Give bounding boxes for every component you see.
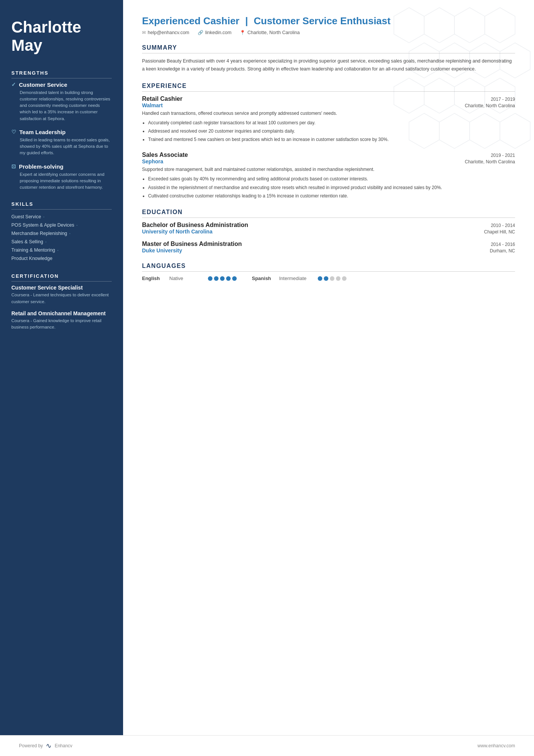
dot-filled xyxy=(318,276,322,281)
company-name: Sephora xyxy=(142,158,163,164)
edu-dates: 2010 - 2014 xyxy=(491,223,515,228)
education-entry: Master of Business Administration 2014 -… xyxy=(142,241,515,254)
certifications-list: Customer Service Specialist Coursera - L… xyxy=(11,285,112,330)
first-name: Charlotte xyxy=(11,18,81,36)
svg-marker-13 xyxy=(439,113,470,149)
skill-item: Training & Mentoring · xyxy=(11,246,112,254)
cert-desc: Coursera - Learned techniques to deliver… xyxy=(11,292,112,305)
skill-item: POS System & Apple Devices · xyxy=(11,221,112,229)
sidebar: Charlotte May STRENGTHS ✓ Customer Servi… xyxy=(0,0,123,735)
language-item-spanish: Spanish Intermediate xyxy=(252,275,347,281)
svg-marker-15 xyxy=(500,113,530,149)
dot-filled xyxy=(232,276,237,281)
skill-item: Product Knowledge xyxy=(11,254,112,263)
skill-item: Merchandise Replenishing · xyxy=(11,229,112,238)
linkedin-icon: 🔗 xyxy=(198,30,203,35)
degree-title: Master of Business Administration xyxy=(142,241,242,247)
skills-list: Guest Service · POS System & Apple Devic… xyxy=(11,213,112,263)
job-title: Sales Associate xyxy=(142,152,188,158)
skill-item: Guest Service · xyxy=(11,213,112,221)
footer-brand: Powered by ∿ Enhancv xyxy=(19,742,72,750)
svg-marker-12 xyxy=(409,113,439,149)
strength-desc: Expert at identifying customer concerns … xyxy=(11,171,112,191)
strengths-list: ✓ Customer Service Demonstrated talent i… xyxy=(11,81,112,191)
location-text: Charlotte, North Carolina xyxy=(247,30,300,35)
bullet-item: Exceeded sales goals by 40% by recommend… xyxy=(148,175,515,183)
contact-linkedin: 🔗 linkedin.com xyxy=(198,30,231,35)
strength-desc: Skilled in leading teams to exceed sales… xyxy=(11,137,112,157)
job-bullets: Exceeded sales goals by 40% by recommend… xyxy=(142,175,515,200)
education-section-title: EDUCATION xyxy=(142,209,515,218)
dot-filled xyxy=(208,276,212,281)
degree-title: Bachelor of Business Administration xyxy=(142,222,248,229)
school-name: Duke University xyxy=(142,247,182,254)
main-header: Experienced Cashier | Customer Service E… xyxy=(142,15,515,35)
school-name: University of North Carolina xyxy=(142,229,212,235)
education-entry: Bachelor of Business Administration 2010… xyxy=(142,222,515,235)
languages-section-title: LANGUAGES xyxy=(142,263,515,272)
dot-filled xyxy=(324,276,328,281)
contact-location: 📍 Charlotte, North Carolina xyxy=(240,30,300,35)
dot-empty xyxy=(330,276,334,281)
svg-marker-14 xyxy=(470,113,500,149)
email-text: help@enhancv.com xyxy=(148,30,189,35)
contact-email: ✉ help@enhancv.com xyxy=(142,30,189,35)
email-icon: ✉ xyxy=(142,30,146,35)
dot-filled xyxy=(226,276,231,281)
svg-marker-9 xyxy=(424,78,454,113)
footer-website: www.enhancv.com xyxy=(478,743,515,748)
skill-item: Sales & Selling · xyxy=(11,238,112,246)
strength-title: Team Leadership xyxy=(19,129,66,135)
languages-row: English Native Spanish Intermediate xyxy=(142,275,515,281)
strength-title: Problem-solving xyxy=(19,163,64,170)
footer: Powered by ∿ Enhancv www.enhancv.com xyxy=(0,735,534,756)
main-title: Experienced Cashier | Customer Service E… xyxy=(142,15,515,27)
svg-marker-7 xyxy=(500,43,530,78)
cert-title: Retail and Omnichannel Management xyxy=(11,310,112,316)
strength-item: ✓ Customer Service Demonstrated talent i… xyxy=(11,81,112,122)
brand-logo-icon: ∿ xyxy=(46,742,52,750)
edu-location: Chapel Hill, NC xyxy=(484,229,515,235)
candidate-name: Charlotte May xyxy=(11,18,112,55)
main-content: Experienced Cashier | Customer Service E… xyxy=(123,0,534,735)
title-part1: Experienced Cashier xyxy=(142,15,239,27)
svg-marker-10 xyxy=(454,78,485,113)
svg-marker-8 xyxy=(394,78,424,113)
svg-marker-11 xyxy=(485,78,515,113)
puzzle-icon: ⊡ xyxy=(11,163,16,169)
dot-empty xyxy=(336,276,340,281)
heart-icon: ♡ xyxy=(11,129,16,135)
cert-item: Retail and Omnichannel Management Course… xyxy=(11,310,112,331)
powered-by-text: Powered by xyxy=(19,743,43,748)
edu-location: Durham, NC xyxy=(490,248,515,254)
job-intro: Supported store management, built and ma… xyxy=(142,166,515,173)
bullet-item: Cultivated constructive customer relatio… xyxy=(148,193,515,200)
skills-title: SKILLS xyxy=(11,201,112,210)
svg-marker-4 xyxy=(409,43,439,78)
job-title: Retail Cashier xyxy=(142,95,183,102)
cert-title: Customer Service Specialist xyxy=(11,285,112,291)
company-name: Walmart xyxy=(142,102,163,108)
svg-marker-5 xyxy=(439,43,470,78)
brand-name: Enhancv xyxy=(55,743,72,748)
title-part2: Customer Service Enthusiast xyxy=(254,15,390,27)
certification-title: CERTIFICATION xyxy=(11,273,112,282)
language-item-english: English Native xyxy=(142,275,237,281)
strength-item: ♡ Team Leadership Skilled in leading tea… xyxy=(11,129,112,157)
strength-item: ⊡ Problem-solving Expert at identifying … xyxy=(11,163,112,191)
dot-filled xyxy=(220,276,225,281)
language-name: English xyxy=(142,275,165,281)
language-name: Spanish xyxy=(252,275,275,281)
cert-item: Customer Service Specialist Coursera - L… xyxy=(11,285,112,305)
linkedin-text: linkedin.com xyxy=(205,30,231,35)
strength-title: Customer Service xyxy=(19,81,67,88)
strength-desc: Demonstrated talent in building strong c… xyxy=(11,89,112,122)
location-icon: 📍 xyxy=(240,30,245,35)
bullet-item: Assisted in the replenishment of merchan… xyxy=(148,184,515,191)
language-dots xyxy=(318,276,347,281)
svg-marker-6 xyxy=(470,43,500,78)
title-separator: | xyxy=(245,15,251,27)
language-dots xyxy=(208,276,237,281)
dot-empty xyxy=(342,276,347,281)
contact-row: ✉ help@enhancv.com 🔗 linkedin.com 📍 Char… xyxy=(142,30,515,35)
